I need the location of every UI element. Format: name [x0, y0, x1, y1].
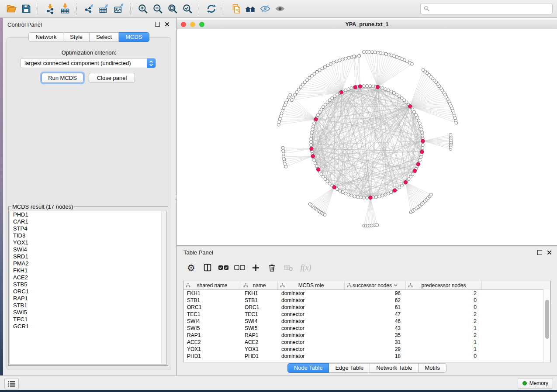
- run-mcds-button[interactable]: Run MCDS: [42, 73, 83, 83]
- table-row[interactable]: ORC1ORC1dominator610: [183, 304, 550, 311]
- import-table-icon[interactable]: [58, 2, 72, 16]
- app-window: Control Panel NetworkStyleSelectMCDS Opt…: [0, 0, 557, 392]
- cell-predecessors: 1: [406, 339, 482, 345]
- mcds-result-item[interactable]: GCR1: [10, 323, 166, 330]
- cell-shared_name: FKH1: [183, 290, 241, 296]
- table-row[interactable]: YOX1YOX1connector291: [183, 346, 550, 353]
- toolbar-separator: [223, 3, 224, 15]
- function-builder-icon[interactable]: f(x): [296, 261, 315, 274]
- mcds-result-item[interactable]: YOX1: [10, 239, 166, 246]
- right-column: YPA_prune.txt_1 Table Panel ⚙ f(x): [177, 18, 557, 375]
- float-panel-icon[interactable]: [155, 22, 160, 27]
- hide-selected-icon[interactable]: [258, 2, 272, 16]
- select-all-checkboxes-icon[interactable]: [215, 261, 232, 274]
- zoom-out-icon[interactable]: [151, 2, 164, 16]
- deselect-all-checkboxes-icon[interactable]: [232, 261, 248, 274]
- memory-button[interactable]: Memory: [518, 378, 553, 389]
- table-row[interactable]: FKH1FKH1dominator962: [183, 290, 550, 297]
- zoom-selected-icon[interactable]: [180, 2, 194, 16]
- mcds-result-item[interactable]: PHD1: [10, 211, 166, 218]
- cell-mcds_role: connector: [278, 311, 345, 317]
- mcds-result-item[interactable]: ORC1: [10, 288, 166, 295]
- column-header-predecessors[interactable]: predecessor nodes: [406, 281, 482, 289]
- delete-column-icon[interactable]: [264, 261, 280, 274]
- cell-shared_name: YOX1: [183, 346, 241, 352]
- network-canvas[interactable]: [177, 29, 557, 245]
- status-bar: Memory: [0, 375, 557, 390]
- open-file-icon[interactable]: [4, 2, 18, 16]
- show-all-icon[interactable]: [273, 2, 287, 16]
- mcds-result-item[interactable]: FKH1: [10, 267, 166, 274]
- control-panel-tabs: NetworkStyleSelectMCDS: [3, 32, 175, 42]
- cell-mcds_role: dominator: [278, 318, 345, 324]
- search-input[interactable]: [432, 5, 549, 13]
- import-network-icon[interactable]: [43, 2, 57, 16]
- network-window-titlebar[interactable]: YPA_prune.txt_1: [177, 20, 557, 29]
- cell-name: FKH1: [241, 290, 278, 296]
- tab-style[interactable]: Style: [63, 32, 90, 42]
- tab-motifs[interactable]: Motifs: [419, 363, 446, 373]
- column-header-shared_name[interactable]: shared name: [183, 281, 241, 289]
- table-row[interactable]: RAP1RAP1dominator352: [183, 332, 550, 339]
- split-table-icon[interactable]: [199, 261, 215, 274]
- tab-edge-table[interactable]: Edge Table: [329, 363, 370, 373]
- mcds-result-item[interactable]: STB1: [10, 302, 166, 309]
- table-scrollbar-thumb[interactable]: [545, 300, 549, 339]
- main-toolbar: [0, 0, 557, 18]
- cell-name: SWI5: [241, 325, 278, 331]
- mcds-result-item[interactable]: STP4: [10, 225, 166, 232]
- table-scrollbar[interactable]: [543, 289, 550, 362]
- mcds-result-item[interactable]: STB5: [10, 281, 166, 288]
- table-row[interactable]: STB1STB1dominator620: [183, 297, 550, 304]
- refresh-view-icon[interactable]: [204, 2, 218, 16]
- cell-name: ORC1: [241, 304, 278, 310]
- table-row[interactable]: SWI5SWI5connector431: [183, 325, 550, 332]
- mcds-result-item[interactable]: TEC1: [10, 316, 166, 323]
- cell-name: SWI4: [241, 318, 278, 324]
- close-panel-button[interactable]: Close panel: [89, 73, 135, 83]
- delete-table-icon[interactable]: [280, 261, 296, 274]
- tab-mcds[interactable]: MCDS: [119, 32, 149, 42]
- column-header-name[interactable]: name: [241, 281, 278, 289]
- dropdown-spinner-icon: [147, 58, 156, 68]
- cell-mcds_role: connector: [278, 325, 345, 331]
- export-table-icon[interactable]: [97, 2, 111, 16]
- close-panel-icon[interactable]: [547, 250, 552, 255]
- mcds-result-list[interactable]: PHD1CAR1STP4TID3YOX1SWI4SRD1PMA2FKH1ACE2…: [10, 211, 167, 364]
- task-history-button[interactable]: [4, 378, 19, 389]
- first-neighbors-icon[interactable]: [243, 2, 257, 16]
- mcds-result-item[interactable]: SWI5: [10, 309, 166, 316]
- mcds-result-item[interactable]: SWI4: [10, 246, 166, 253]
- table-settings-icon[interactable]: ⚙: [183, 261, 199, 274]
- zoom-in-icon[interactable]: [136, 2, 149, 16]
- mcds-result-item[interactable]: RAP1: [10, 295, 166, 302]
- cell-name: RAP1: [241, 332, 278, 338]
- table-row[interactable]: TEC1TEC1connector472: [183, 311, 550, 318]
- criterion-dropdown[interactable]: largest connected component (undirected): [20, 58, 156, 68]
- close-panel-icon[interactable]: [165, 22, 170, 27]
- column-header-successors[interactable]: successor nodes: [345, 281, 406, 289]
- mcds-result-fieldset: MCDS result (17 nodes) PHD1CAR1STP4TID3Y…: [8, 203, 168, 366]
- column-header-mcds_role[interactable]: MCDS role: [278, 281, 345, 289]
- table-row[interactable]: SWI4SWI4dominator462: [183, 318, 550, 325]
- mcds-list-scrollbar[interactable]: [161, 211, 166, 364]
- export-network-icon[interactable]: [82, 2, 96, 16]
- float-panel-icon[interactable]: [537, 250, 542, 255]
- zoom-fit-icon[interactable]: [166, 2, 179, 16]
- mcds-result-item[interactable]: PMA2: [10, 260, 166, 267]
- clone-network-icon[interactable]: [228, 2, 242, 16]
- mcds-result-item[interactable]: SRD1: [10, 253, 166, 260]
- tab-network-table[interactable]: Network Table: [370, 363, 419, 373]
- export-image-icon[interactable]: [112, 2, 125, 16]
- save-session-icon[interactable]: [19, 2, 33, 16]
- mcds-tab-content: Optimization criterion: largest connecte…: [7, 37, 171, 370]
- add-column-icon[interactable]: [248, 261, 264, 274]
- mcds-result-item[interactable]: CAR1: [10, 218, 166, 225]
- tab-network[interactable]: Network: [28, 32, 63, 42]
- mcds-result-item[interactable]: ACE2: [10, 274, 166, 281]
- table-row[interactable]: PHD1PHD1dominator180: [183, 353, 550, 360]
- tab-select[interactable]: Select: [90, 32, 119, 42]
- table-row[interactable]: ACE2ACE2connector311: [183, 339, 550, 346]
- mcds-result-item[interactable]: TID3: [10, 232, 166, 239]
- tab-node-table[interactable]: Node Table: [287, 363, 329, 373]
